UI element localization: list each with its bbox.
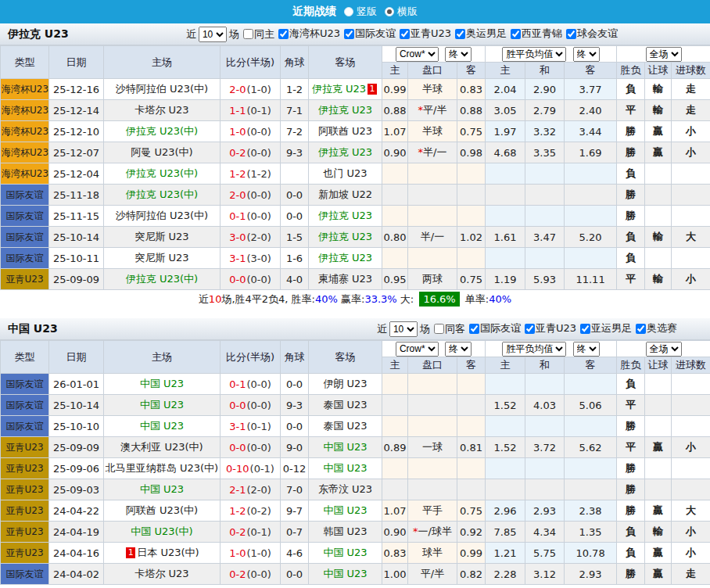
away-team[interactable]: 东帝汶 U23 xyxy=(309,479,382,500)
home-team[interactable]: 伊拉克 U23(中) xyxy=(104,185,221,206)
home-team-name[interactable]: 卡塔尔 U23 xyxy=(134,568,188,579)
away-team-name[interactable]: 也门 U23 xyxy=(323,167,367,179)
competition-badge[interactable]: 海湾杯U23 xyxy=(1,121,49,142)
competition-filter[interactable]: 亚运男足 xyxy=(580,321,632,335)
home-team-name[interactable]: 中国 U23 xyxy=(140,483,184,495)
away-team-name[interactable]: 伊拉克 U23 xyxy=(318,146,372,158)
home-team-name[interactable]: 中国 U23 xyxy=(140,420,184,432)
competition-badge[interactable]: 国际友谊 xyxy=(1,206,49,227)
away-team-name[interactable]: 阿联酋 U23 xyxy=(318,125,372,137)
away-team-name[interactable]: 中国 U23 xyxy=(323,462,367,474)
competition-badge[interactable]: 国际友谊 xyxy=(1,395,49,416)
competition-filter[interactable]: 海湾杯U23 xyxy=(278,27,340,41)
away-team-name[interactable]: 伊拉克 U23 xyxy=(318,104,372,116)
competition-checkbox[interactable] xyxy=(344,29,354,39)
same-venue-checkbox[interactable] xyxy=(243,29,253,39)
same-venue-filter[interactable]: 同主 xyxy=(243,27,274,41)
competition-badge[interactable]: 国际友谊 xyxy=(1,374,49,395)
home-team[interactable]: 中国 U23 xyxy=(104,374,221,395)
away-team[interactable]: 泰国 U23 xyxy=(309,395,382,416)
away-team[interactable]: 也门 U23 xyxy=(309,163,382,185)
away-team[interactable]: 中国 U23 xyxy=(309,458,382,479)
layout-vertical-option[interactable]: 竖版 xyxy=(344,5,377,19)
away-team-name[interactable]: 新加坡 U22 xyxy=(318,188,372,200)
home-team-name[interactable]: 阿曼 U23(中) xyxy=(131,146,192,158)
same-venue-filter[interactable]: 同客 xyxy=(434,322,465,336)
final-odds-select[interactable]: 终 xyxy=(573,342,600,357)
away-team[interactable]: 伊拉克 U23 xyxy=(309,142,382,163)
away-team[interactable]: 伊拉克 U23 xyxy=(309,227,382,248)
competition-badge[interactable]: 亚青U23 xyxy=(1,543,49,564)
competition-checkbox[interactable] xyxy=(511,29,521,39)
away-team[interactable]: 韩国 U23 xyxy=(309,522,382,543)
away-team-name[interactable]: 中国 U23 xyxy=(323,504,367,516)
away-team-name[interactable]: 伊朗 U23 xyxy=(323,378,367,389)
away-team-name[interactable]: 韩国 U23 xyxy=(323,525,367,537)
competition-checkbox[interactable] xyxy=(636,324,646,334)
competition-badge[interactable]: 海湾杯U23 xyxy=(1,142,49,163)
home-team[interactable]: 中国 U23(中) xyxy=(104,522,221,543)
away-team[interactable]: 伊朗 U23 xyxy=(309,374,382,395)
home-team-name[interactable]: 日本 U23(中) xyxy=(137,547,199,558)
full-match-select[interactable]: 全场 xyxy=(646,47,682,62)
odds-company-select[interactable]: Crow* xyxy=(396,47,439,62)
competition-checkbox[interactable] xyxy=(469,324,479,334)
away-team-name[interactable]: 伊拉克 U23 xyxy=(318,252,372,264)
home-team-name[interactable]: 伊拉克 U23(中) xyxy=(126,273,198,285)
away-team-name[interactable]: 柬埔寨 U23 xyxy=(318,273,372,285)
competition-filter[interactable]: 亚青U23 xyxy=(400,27,451,41)
same-venue-checkbox[interactable] xyxy=(434,324,444,334)
away-team[interactable]: 阿联酋 U23 xyxy=(309,121,382,142)
home-team-name[interactable]: 卡塔尔 U23 xyxy=(134,104,188,116)
away-team[interactable]: 泰国 U23 xyxy=(309,416,382,437)
home-team[interactable]: 中国 U23 xyxy=(104,416,221,437)
away-team-name[interactable]: 东帝汶 U23 xyxy=(318,483,372,495)
competition-filter[interactable]: 国际友谊 xyxy=(469,321,521,335)
home-team[interactable]: 伊拉克 U23(中) xyxy=(104,269,221,290)
home-team[interactable]: 沙特阿拉伯 U23(中) xyxy=(104,79,221,100)
away-team[interactable]: 伊拉克 U23 xyxy=(309,100,382,121)
competition-filter[interactable]: 奥运男足 xyxy=(455,27,507,41)
home-team[interactable]: 澳大利亚 U23(中) xyxy=(104,437,221,458)
home-team[interactable]: 突尼斯 U23 xyxy=(104,227,221,248)
competition-checkbox[interactable] xyxy=(278,29,289,39)
away-team[interactable]: 中国 U23 xyxy=(309,437,382,458)
away-team[interactable]: 伊拉克 U23 xyxy=(309,248,382,269)
home-team-name[interactable]: 中国 U23(中) xyxy=(131,525,192,537)
competition-badge[interactable]: 亚青U23 xyxy=(1,269,49,290)
away-team-name[interactable]: 泰国 U23 xyxy=(323,399,367,411)
full-match-select[interactable]: 全场 xyxy=(646,342,682,357)
away-team[interactable]: 新加坡 U22 xyxy=(309,185,382,206)
competition-filter[interactable]: 奥选赛 xyxy=(636,321,677,335)
competition-badge[interactable]: 国际友谊 xyxy=(1,564,49,585)
final-odds-select[interactable]: 终 xyxy=(445,47,472,62)
competition-checkbox[interactable] xyxy=(525,324,535,334)
home-team[interactable]: 突尼斯 U23 xyxy=(104,248,221,269)
competition-badge[interactable]: 国际友谊 xyxy=(1,185,49,206)
competition-badge[interactable]: 海湾杯U23 xyxy=(1,100,49,121)
home-team-name[interactable]: 中国 U23 xyxy=(140,378,184,389)
competition-checkbox[interactable] xyxy=(566,29,576,39)
home-team-name[interactable]: 阿联酋 U23(中) xyxy=(126,504,198,516)
home-team[interactable]: 中国 U23 xyxy=(104,479,221,500)
home-team-name[interactable]: 伊拉克 U23(中) xyxy=(126,188,198,200)
competition-badge[interactable]: 亚青U23 xyxy=(1,479,49,500)
home-team-name[interactable]: 伊拉克 U23(中) xyxy=(126,167,198,179)
competition-filter[interactable]: 西亚青锦 xyxy=(511,27,562,41)
home-team[interactable]: 伊拉克 U23(中) xyxy=(104,163,221,185)
wdl-average-select[interactable]: 胜平负均值 xyxy=(502,47,566,62)
away-team[interactable]: 伊拉克 U231 xyxy=(309,79,382,100)
layout-horizontal-option[interactable]: 横版 xyxy=(385,5,418,19)
away-team[interactable]: 伊拉克 U23 xyxy=(309,206,382,227)
away-team[interactable]: 中国 U23 xyxy=(309,500,382,522)
home-team[interactable]: 中国 U23 xyxy=(104,395,221,416)
competition-checkbox[interactable] xyxy=(580,324,590,334)
home-team-name[interactable]: 伊拉克 U23(中) xyxy=(126,125,198,137)
away-team[interactable]: 中国 U23 xyxy=(309,564,382,585)
competition-badge[interactable]: 亚青U23 xyxy=(1,522,49,543)
competition-badge[interactable]: 海湾杯U23 xyxy=(1,79,49,100)
home-team[interactable]: 1日本 U23(中) xyxy=(104,543,221,564)
radio-selected-icon[interactable] xyxy=(385,7,394,16)
home-team[interactable]: 阿联酋 U23(中) xyxy=(104,500,221,522)
home-team-name[interactable]: 突尼斯 U23 xyxy=(134,231,188,242)
